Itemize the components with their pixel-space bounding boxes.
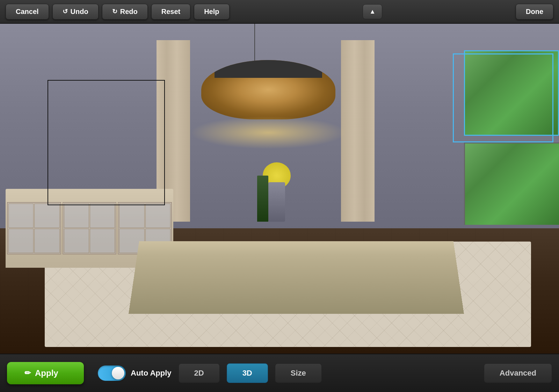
chandelier <box>201 60 335 119</box>
glass-pane <box>145 204 170 228</box>
glass-pane <box>8 204 34 228</box>
glass-pane <box>8 229 34 253</box>
redo-button[interactable]: ↻ Redo <box>102 4 148 20</box>
reset-label: Reset <box>161 8 180 16</box>
glass-pane <box>34 229 59 253</box>
glass-pane <box>64 229 89 253</box>
cancel-label: Cancel <box>16 8 39 16</box>
view-2d-label: 2D <box>194 369 204 377</box>
done-button[interactable]: Done <box>516 4 553 20</box>
glass-pane <box>34 204 59 228</box>
glass-door-right <box>63 202 117 255</box>
size-label: Size <box>291 369 306 377</box>
auto-apply-label: Auto Apply <box>131 369 172 378</box>
wine-bottle <box>257 176 268 222</box>
collapse-button[interactable]: ▲ <box>363 4 382 19</box>
glass-pane <box>90 204 115 228</box>
window-right-bottom <box>464 142 559 225</box>
apply-label: Apply <box>35 368 58 378</box>
chandelier-glow <box>190 116 347 149</box>
toggle-thumb <box>112 367 124 379</box>
window-right-top <box>464 50 559 136</box>
flower-vase <box>268 182 285 222</box>
apply-icon: ✏ <box>24 369 31 378</box>
apply-button[interactable]: ✏ Apply <box>7 362 84 384</box>
advanced-label: Advanced <box>500 369 536 377</box>
glass-door-left <box>7 202 61 255</box>
done-label: Done <box>526 8 543 16</box>
help-label: Help <box>204 8 219 16</box>
size-button[interactable]: Size <box>275 363 322 383</box>
view-3d-button[interactable]: 3D <box>227 363 268 383</box>
auto-apply-toggle[interactable] <box>98 365 126 381</box>
reset-button[interactable]: Reset <box>151 4 190 20</box>
redo-icon: ↻ <box>112 8 117 15</box>
scene-background <box>0 24 559 354</box>
chandelier-chain <box>254 24 255 63</box>
cancel-button[interactable]: Cancel <box>6 4 49 20</box>
glass-pane <box>64 204 89 228</box>
undo-icon: ↺ <box>63 8 68 15</box>
glass-pane <box>119 204 144 228</box>
view-3d-label: 3D <box>242 369 252 377</box>
top-toolbar: Cancel ↺ Undo ↻ Redo Reset Help ▲ Done <box>0 0 559 24</box>
view-2d-button[interactable]: 2D <box>179 363 220 383</box>
undo-button[interactable]: ↺ Undo <box>52 4 99 20</box>
dining-table <box>129 242 464 314</box>
help-button[interactable]: Help <box>194 4 229 20</box>
advanced-button[interactable]: Advanced <box>484 363 552 383</box>
bottom-toolbar: ✏ Apply Auto Apply 2D 3D Size Advanced <box>0 354 559 392</box>
room-scene[interactable] <box>0 24 559 354</box>
glass-pane <box>90 229 115 253</box>
auto-apply-section: Auto Apply <box>98 365 172 381</box>
undo-label: Undo <box>71 8 88 16</box>
collapse-icon: ▲ <box>369 8 376 15</box>
redo-label: Redo <box>120 8 138 16</box>
